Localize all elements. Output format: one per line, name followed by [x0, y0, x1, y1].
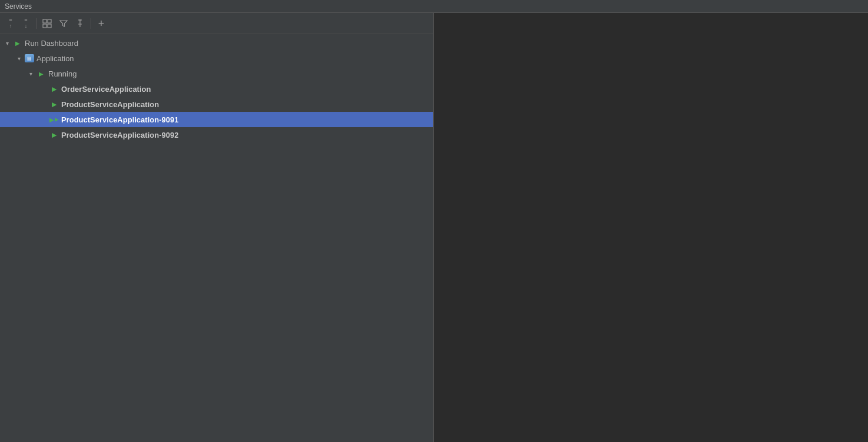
tree-item-order-service[interactable]: OrderServiceApplication: [0, 81, 433, 97]
expand-all-button[interactable]: ≡ ↓: [19, 16, 33, 31]
play-icon: [49, 84, 59, 94]
main-container: ≡ ↑ ≡ ↓: [0, 13, 868, 442]
pin-button[interactable]: [72, 16, 88, 31]
tree-item-product-service-9092[interactable]: ProductServiceApplication-9092: [0, 127, 433, 142]
toolbar-separator-1: [36, 18, 36, 29]
group-button[interactable]: [39, 16, 55, 31]
product-service-9092-label: ProductServiceApplication-9092: [61, 131, 178, 139]
play-icon: [49, 130, 59, 139]
tree-item-run-dashboard[interactable]: Run Dashboard: [0, 35, 433, 51]
folder-icon: ▤: [25, 54, 34, 62]
chevron-down-icon: [14, 54, 24, 63]
tree-container[interactable]: Run Dashboard ▤ Application Running Orde…: [0, 34, 433, 442]
run-dashboard-label: Run Dashboard: [25, 39, 78, 48]
filter-button[interactable]: [56, 16, 71, 31]
left-panel: ≡ ↑ ≡ ↓: [0, 13, 434, 442]
play-icon: [13, 38, 22, 48]
right-panel: [434, 13, 868, 442]
svg-marker-5: [55, 118, 58, 122]
play-icon: [49, 115, 59, 124]
svg-rect-3: [48, 24, 51, 28]
tree-item-product-service-9091[interactable]: ProductServiceApplication-9091: [0, 112, 433, 127]
tree-item-running[interactable]: Running: [0, 66, 433, 81]
play-icon: [36, 69, 46, 78]
svg-rect-1: [48, 19, 51, 23]
chevron-down-icon: [26, 69, 35, 78]
svg-rect-2: [43, 24, 46, 28]
svg-rect-0: [43, 19, 46, 23]
add-button[interactable]: +: [94, 16, 108, 31]
toolbar: ≡ ↑ ≡ ↓: [0, 13, 433, 34]
product-service-9091-label: ProductServiceApplication-9091: [61, 115, 178, 124]
collapse-all-button[interactable]: ≡ ↑: [4, 16, 18, 31]
running-label: Running: [48, 69, 77, 78]
tree-item-application[interactable]: ▤ Application: [0, 51, 433, 66]
title-bar: Services: [0, 0, 868, 13]
toolbar-separator-2: [91, 18, 91, 29]
order-service-label: OrderServiceApplication: [61, 85, 151, 94]
play-icon: [49, 99, 59, 109]
product-service-label: ProductServiceApplication: [61, 100, 159, 109]
chevron-down-icon: [2, 38, 12, 48]
title-bar-text: Services: [5, 2, 32, 11]
tree-item-product-service[interactable]: ProductServiceApplication: [0, 97, 433, 112]
svg-point-4: [79, 19, 81, 21]
application-label: Application: [36, 54, 74, 63]
